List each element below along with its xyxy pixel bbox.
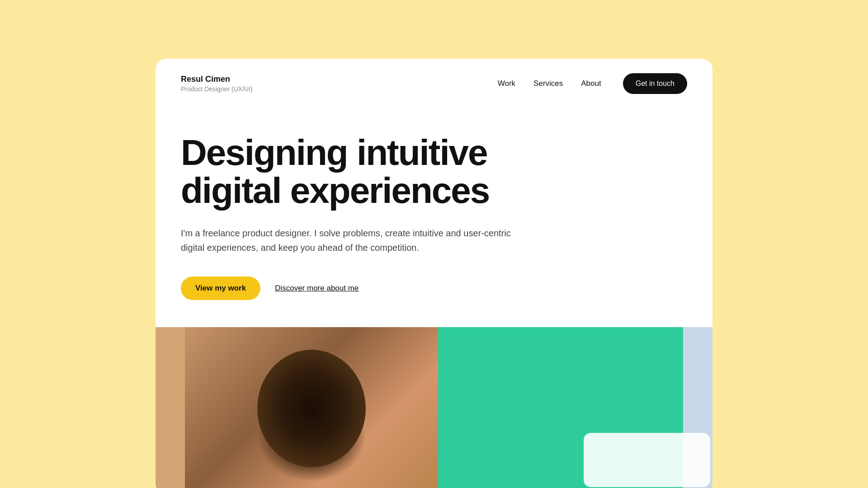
hero-title-line1: Designing intuitive — [181, 132, 487, 173]
image-strip — [156, 327, 712, 488]
brand: Resul Cimen Product Designer (UX/UI) — [181, 75, 253, 93]
strip-card — [584, 433, 710, 487]
strip-teal — [438, 327, 683, 488]
discover-more-link[interactable]: Discover more about me — [275, 284, 359, 293]
page-wrapper: Resul Cimen Product Designer (UX/UI) Wor… — [0, 0, 868, 488]
nav-services[interactable]: Services — [533, 79, 563, 88]
nav-about[interactable]: About — [581, 79, 601, 88]
brand-subtitle: Product Designer (UX/UI) — [181, 85, 253, 93]
hero-title-line2: digital experiences — [181, 170, 489, 211]
strip-left-sliver — [156, 327, 185, 488]
hero-title: Designing intuitive digital experiences — [181, 134, 542, 210]
main-nav: Work Services About Get in touch — [498, 73, 687, 94]
view-my-work-button[interactable]: View my work — [181, 277, 260, 300]
hero-section: Designing intuitive digital experiences … — [156, 107, 712, 327]
get-in-touch-button[interactable]: Get in touch — [623, 73, 687, 94]
header: Resul Cimen Product Designer (UX/UI) Wor… — [156, 59, 712, 107]
hero-actions: View my work Discover more about me — [181, 277, 687, 300]
main-card: Resul Cimen Product Designer (UX/UI) Wor… — [156, 59, 712, 488]
hero-description: I'm a freelance product designer. I solv… — [181, 226, 524, 255]
brand-name: Resul Cimen — [181, 75, 253, 84]
nav-work[interactable]: Work — [498, 79, 515, 88]
strip-photo — [185, 327, 438, 488]
